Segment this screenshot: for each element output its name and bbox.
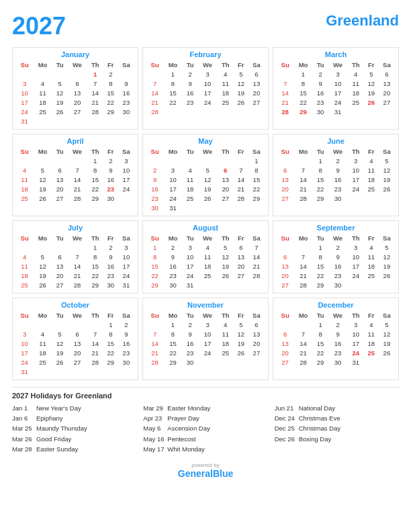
list-item: Mar 25Maundy Thursday [12,423,136,433]
calendar-day: 28 [293,280,313,290]
calendar-table: SuMoTuWeThFrSa12345678910111213141516171… [16,311,134,376]
country-title: Greenland [326,12,399,30]
calendar-day [52,320,68,329]
calendar-day: 18 [183,184,198,193]
calendar-day [146,156,163,165]
calendar-day: 17 [118,261,134,271]
weekday-header: Fr [364,60,379,69]
calendar-day: 24 [348,271,364,280]
list-item: Dec 26Boxing Day [275,434,399,444]
calendar-day: 26 [218,271,234,280]
calendar-day: 27 [52,280,68,290]
calendar-day [293,156,313,165]
calendar-day: 24 [197,97,217,107]
weekday-header: Sa [379,311,395,320]
calendar-day: 13 [218,175,234,184]
calendar-day: 25 [183,193,198,203]
calendar-day [183,107,198,116]
calendar-day [277,69,293,79]
calendar-day: 5 [52,79,68,88]
calendar-day: 21 [146,348,163,357]
calendar-day: 18 [16,271,33,280]
calendar-day: 22 [103,97,118,107]
calendar-day: 14 [67,261,87,271]
calendar-day: 15 [293,88,313,97]
calendar-day: 4 [197,242,217,252]
calendar-day: 11 [183,175,198,184]
calendar-day: 16 [328,261,347,271]
calendar-day: 4 [218,69,234,79]
weekday-header: Fr [234,234,248,242]
calendar-day [293,320,313,329]
calendar-day: 3 [328,69,347,79]
holiday-name: Easter Monday [167,403,210,413]
weekday-header: Sa [379,60,395,69]
calendar-day: 8 [87,165,103,175]
calendar-day: 29 [313,193,328,203]
calendar-day: 2 [328,242,347,252]
calendar-day: 3 [183,242,198,252]
weekday-header: Sa [248,60,265,69]
calendar-day: 3 [348,242,364,252]
calendar-day: 21 [248,261,265,271]
month-block-april: AprilSuMoTuWeThFrSa123456789101112131415… [12,134,138,216]
list-item: Dec 24Christmas Eve [275,413,399,423]
calendar-day: 7 [146,329,163,339]
calendar-day: 21 [67,271,87,280]
calendar-day: 1 [146,242,163,252]
calendar-day: 7 [67,165,87,175]
calendar-day: 8 [103,329,118,339]
weekday-header: We [67,147,87,156]
month-block-august: AugustSuMoTuWeThFrSa12345678910111213141… [142,220,269,294]
weekday-header: We [67,311,87,320]
weekday-header: Tu [183,147,198,156]
calendar-day: 26 [234,97,248,107]
calendar-day: 22 [163,97,183,107]
calendar-day: 1 [87,242,103,252]
calendar-day [67,156,87,165]
weekday-header: Mo [33,234,52,242]
calendar-day: 9 [118,79,134,88]
calendar-day [103,116,118,126]
calendar-day [234,156,248,165]
calendar-day: 1 [313,320,328,329]
calendar-day: 5 [379,242,395,252]
calendar-day: 30 [328,280,347,290]
calendar-day: 17 [183,261,198,271]
weekday-header: Th [87,234,103,242]
calendar-day: 13 [52,175,68,184]
calendar-day [197,107,217,116]
calendar-day [183,203,198,212]
calendar-day: 5 [234,320,248,329]
calendar-day: 18 [33,348,52,357]
calendar-day: 25 [364,348,379,357]
weekday-header: Mo [293,60,313,69]
weekday-header: Th [348,234,364,242]
calendar-day: 23 [328,271,347,280]
calendar-day: 5 [197,165,217,175]
calendar-day: 23 [163,271,183,280]
weekday-header: Su [277,147,293,156]
month-block-november: NovemberSuMoTuWeThFrSa123456789101112131… [142,298,269,380]
calendar-day: 29 [313,357,328,367]
calendar-day: 19 [52,348,68,357]
calendar-day: 28 [67,280,87,290]
calendar-day: 20 [248,88,265,97]
calendar-day: 16 [103,175,118,184]
calendar-day: 22 [313,184,328,193]
calendar-day: 11 [197,252,217,261]
calendar-day: 12 [234,329,248,339]
calendar-day: 20 [52,184,68,193]
weekday-header: Th [218,147,234,156]
calendar-day: 5 [364,69,379,79]
calendar-day: 30 [118,357,134,367]
calendar-table: SuMoTuWeThFrSa12345678910111213141516171… [277,147,395,203]
calendar-day: 9 [146,175,163,184]
footer-powered: powered by [12,462,399,468]
weekday-header: Mo [163,234,183,242]
month-block-march: MarchSuMoTuWeThFrSa123456789101112131415… [273,47,399,130]
calendar-day: 1 [313,242,328,252]
calendar-day: 12 [379,329,395,339]
list-item: Jan 6Epiphany [12,413,136,423]
calendar-day: 13 [379,79,395,88]
